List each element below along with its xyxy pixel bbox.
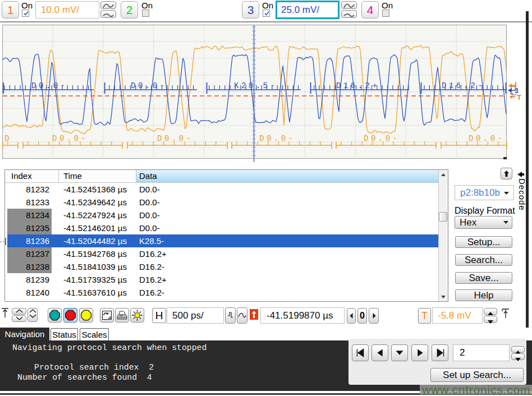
svg-text:D16.2+: D16.2+ <box>336 81 379 90</box>
svg-text:D: D <box>4 134 12 143</box>
svg-text:D0.0-: D0.0- <box>31 81 68 90</box>
svg-text:D0.0-: D0.0- <box>364 134 400 143</box>
svg-text:D0.0-: D0.0- <box>131 81 167 90</box>
svg-text:D16.2-: D16.2- <box>442 81 485 90</box>
svg-text:D0.0-: D0.0- <box>52 134 89 143</box>
svg-text:D0.0-: D0.0- <box>259 134 296 143</box>
svg-text:D0.0-: D0.0- <box>157 134 194 143</box>
svg-text:T: T <box>517 93 521 102</box>
svg-text:D0.0-: D0.0- <box>469 134 505 143</box>
